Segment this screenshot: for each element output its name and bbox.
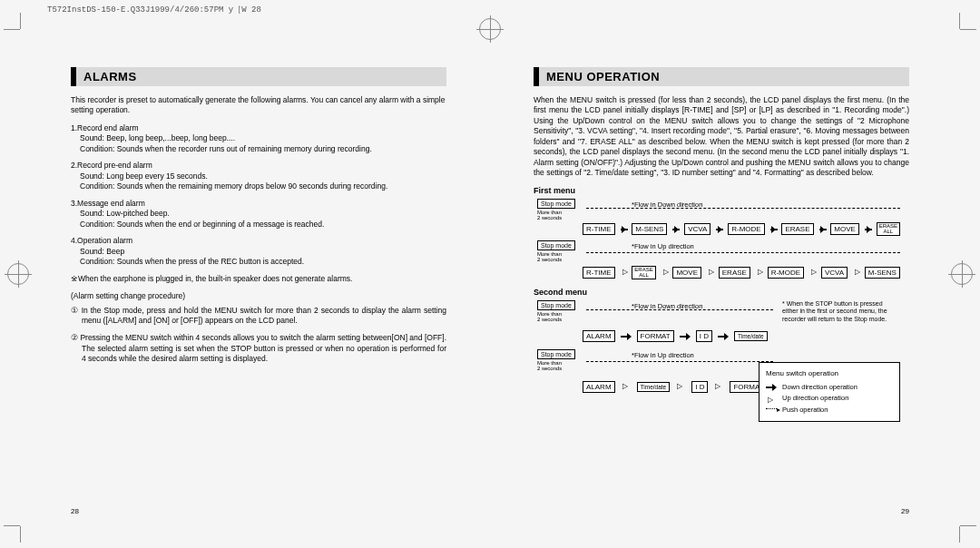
legend-up: Up direction operation (766, 393, 893, 405)
alarm-item: 2.Record pre-end alarmSound: Long beep e… (71, 161, 446, 191)
legend-box: Menu switch operation Down direction ope… (759, 362, 900, 422)
procedure-step: ② Pressing the MENU switch within 4 seco… (71, 333, 446, 364)
page-number: 29 (901, 507, 909, 515)
menu-item-box: MOVE (672, 267, 701, 279)
earphone-note: ※When the earphone is plugged in, the bu… (71, 274, 446, 284)
procedure-head: (Alarm setting change procedure) (71, 291, 446, 301)
stop-mode-note: Stop mode More than2 seconds (537, 199, 581, 220)
arrow-solid-icon (819, 226, 826, 233)
legend-title: Menu switch operation (766, 367, 893, 380)
menu-item-box: M-SENS (865, 267, 900, 279)
arrow-hollow-icon (621, 269, 627, 277)
menu-item-box: ALARM (583, 330, 615, 342)
menu-item-box: FORMAT (637, 330, 674, 342)
menu-item-box: M-SENS (632, 223, 667, 235)
menu-item-box: VCVA (821, 267, 848, 279)
stop-mode-note: Stop mode More than2 seconds (537, 240, 581, 262)
arrow-hollow-icon (662, 269, 668, 277)
registration-mark-icon (7, 263, 29, 285)
menu-op-heading: MENU OPERATION (534, 67, 909, 86)
arrow-solid-icon (621, 226, 627, 233)
crop-mark (940, 13, 976, 49)
menu-item-box: ERASEALL (632, 266, 655, 279)
alarms-heading: ALARMS (71, 67, 446, 86)
menu-item-box: MOVE (830, 223, 859, 235)
left-page: ALARMS This recorder is preset to automa… (44, 36, 474, 521)
arrow-solid-icon (770, 226, 777, 233)
menu-item-box: R-TIME (583, 223, 615, 235)
second-menu-label: Second menu (534, 288, 909, 297)
arrow-solid-icon (680, 333, 691, 340)
menu-item-box: ERASEALL (877, 222, 900, 236)
arrow-hollow-icon (713, 384, 724, 391)
procedure-step: ① In the Stop mode, press and hold the M… (71, 306, 446, 327)
menu-item-box: R-MODE (768, 267, 804, 279)
flow-up-label: *Flow in Up direction (632, 242, 694, 250)
menu-item-box: Time/date (734, 331, 768, 341)
arrow-hollow-icon (675, 384, 686, 391)
arrow-solid-icon (621, 333, 632, 340)
right-page: MENU OPERATION When the MENU switch is p… (506, 36, 936, 521)
second-menu-diagram: * When the STOP button is pressed either… (534, 300, 909, 418)
alarm-item: 1.Record end alarmSound: Beep, long beep… (71, 123, 446, 154)
stop-button-note: * When the STOP button is pressed either… (782, 300, 900, 323)
stop-mode-note: Stop mode More than2 seconds (537, 349, 581, 371)
arrow-solid-icon (716, 226, 722, 233)
alarm-item: 3.Message end alarmSound: Low-pitched be… (71, 199, 446, 230)
flow-up-label: *Flow in Up direction (632, 351, 694, 359)
menu-item-box: ERASE (719, 267, 750, 279)
menu-item-box: ERASE (781, 223, 813, 235)
arrow-solid-icon (865, 226, 871, 233)
arrow-hollow-icon (853, 269, 859, 277)
arrow-hollow-icon (809, 269, 816, 277)
arrow-hollow-icon (707, 269, 713, 277)
menu-item-box: Time/date (637, 382, 671, 392)
arrow-solid-icon (766, 384, 777, 391)
registration-mark-icon (951, 263, 973, 285)
menu-item-box: I D (696, 330, 712, 342)
menu-item-box: I D (691, 381, 708, 393)
header-job-code: T572InstDS-150-E.Q33J1999/4/260:57PM y［W… (47, 4, 261, 15)
page-spread: ALARMS This recorder is preset to automa… (44, 36, 936, 521)
first-menu-label: First menu (534, 186, 909, 195)
arrow-solid-icon (672, 226, 679, 233)
page-number: 28 (71, 507, 79, 515)
menu-op-intro: When the MENU switch is pressed (for les… (534, 95, 909, 179)
arrow-dotted-icon (766, 408, 777, 409)
arrow-hollow-icon (621, 384, 632, 391)
menu-item-box: VCVA (684, 223, 710, 235)
arrow-hollow-icon (756, 269, 762, 277)
arrow-hollow-icon (766, 396, 777, 403)
crop-mark (940, 506, 976, 543)
crop-mark (4, 13, 40, 49)
arrow-solid-icon (718, 333, 729, 340)
alarm-item: 4.Operation alarmSound: BeepCondition: S… (71, 236, 446, 267)
legend-down: Down direction operation (766, 382, 893, 394)
alarms-intro: This recorder is preset to automatically… (71, 95, 446, 116)
stop-mode-note: Stop mode More than2 seconds (537, 300, 581, 322)
menu-item-box: R-TIME (583, 267, 615, 279)
first-menu-diagram: Stop mode More than2 seconds *Flow in Do… (534, 199, 909, 282)
legend-push: Push operation (766, 405, 893, 416)
crop-mark (4, 506, 40, 543)
menu-item-box: R-MODE (728, 223, 764, 235)
menu-item-box: ALARM (583, 381, 615, 393)
